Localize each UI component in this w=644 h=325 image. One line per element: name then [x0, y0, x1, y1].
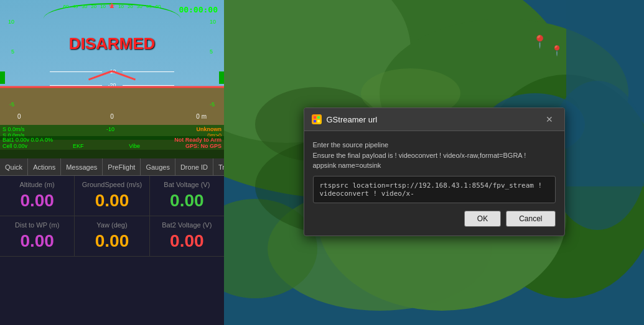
left-panel: 60 45 30 20 10 ⯅ 10 20 30 45 60 00:00:00… [0, 0, 224, 325]
side-bar-left [0, 71, 5, 84]
data-panel: Altitude (m) 0.00 GroundSpeed (m/s) 0.00… [0, 176, 224, 325]
batvoltage-value: 0.00 [153, 191, 221, 211]
compass-label-7: 20 [126, 4, 135, 9]
bat2voltage-value: 0.00 [153, 231, 221, 251]
hud-area: 60 45 30 20 10 ⯅ 10 20 30 45 60 00:00:00… [0, 0, 224, 158]
ekf-label: EKF [73, 143, 84, 149]
altitude-value: 0.00 [3, 191, 71, 211]
main-container: 60 45 30 20 10 ⯅ 10 20 30 45 60 00:00:00… [0, 0, 644, 325]
tab-tr[interactable]: Tr [213, 158, 224, 175]
dialog-info-line1: Enter the source pipeline [313, 141, 389, 149]
map-background[interactable]: 📍 📍 GStrea [224, 0, 644, 325]
compass-label-6: 10 [116, 4, 126, 9]
svg-rect-16 [317, 116, 320, 119]
batvoltage-label: Bat Voltage (V) [153, 181, 221, 188]
compass-label-9: 45 [144, 4, 154, 9]
tab-quick[interactable]: Quick [0, 158, 28, 175]
dialog-cancel-button[interactable]: Cancel [506, 211, 555, 227]
groundspeed-value: 0.00 [78, 191, 146, 211]
alt-tick-4: -5 [0, 101, 16, 108]
unknown-label: Unknown [197, 126, 222, 132]
dialog-buttons: OK Cancel [313, 211, 556, 229]
dialog-info-line3: appsink name=outsink [313, 162, 381, 169]
compass-label-3: 20 [89, 4, 98, 9]
center-speed: 0 [110, 113, 114, 120]
arm-status: Not Ready to Arm [174, 137, 222, 143]
tab-gauges[interactable]: Gauges [141, 158, 175, 175]
gps-label: GPS: No GPS [185, 143, 222, 149]
compass-label-4: 10 [98, 4, 108, 9]
dialog-close-button[interactable]: ✕ [542, 113, 557, 126]
dialog-info-text: Enter the source pipeline Ensure the fin… [313, 140, 556, 171]
dialog-input-text: rtspsrc location=rtsp://192.168.43.1:855… [320, 181, 549, 198]
dialog-ok-button[interactable]: OK [464, 211, 501, 227]
compass-label-0: 60 [61, 4, 70, 9]
dialog-overlay: GStreamer url ✕ Enter the source pipelin… [224, 0, 644, 325]
dialog-app-icon [312, 114, 322, 124]
right-tick-4: -5 [208, 101, 224, 108]
yaw-label: Yaw (deg) [78, 221, 146, 229]
pitch-val-label: -10 [106, 126, 114, 132]
gstreamer-dialog: GStreamer url ✕ Enter the source pipelin… [304, 108, 565, 236]
right-tick-1: 10 [208, 19, 224, 25]
svg-rect-18 [317, 120, 320, 122]
right-alt-val: 0 m [196, 113, 207, 120]
map-panel: 📍 📍 GStrea [224, 0, 644, 325]
vibe-label: Vibe [129, 143, 140, 149]
tab-actions[interactable]: Actions [28, 158, 61, 175]
bat2voltage-cell: Bat2 Voltage (V) 0.00 [150, 216, 224, 256]
batvoltage-cell: Bat Voltage (V) 0.00 [150, 176, 224, 216]
hud-timer: 00:00:00 [179, 5, 218, 14]
speed1-label: S 0.0m/s [2, 126, 25, 132]
tab-preflight[interactable]: PreFlight [103, 158, 141, 175]
groundspeed-label: GroundSpeed (m/s) [78, 181, 146, 188]
cell-label: Cell 0.00v [2, 143, 27, 149]
compass-label-2: 30 [80, 4, 89, 9]
svg-rect-15 [314, 116, 316, 119]
dialog-body: Enter the source pipeline Ensure the fin… [304, 131, 564, 236]
dialog-title-text: GStreamer url [327, 115, 542, 124]
compass-label-8: 30 [135, 4, 144, 9]
status-row2: Bat1 0.00v 0.0 A 0% Not Ready to Arm Cel… [0, 136, 224, 150]
svg-rect-17 [314, 120, 316, 122]
alt-tick-1: 10 [0, 19, 16, 25]
data-row-2: Dist to WP (m) 0.00 Yaw (deg) 0.00 Bat2 … [0, 216, 224, 257]
side-bar-right [219, 71, 224, 84]
bat2voltage-label: Bat2 Voltage (V) [153, 221, 221, 229]
nav-tabs: Quick Actions Messages PreFlight Gauges … [0, 158, 224, 176]
yaw-value: 0.00 [78, 231, 146, 251]
bat-label: Bat1 0.00v 0.0 A 0% [2, 137, 53, 143]
compass-label-10: 60 [154, 4, 163, 9]
right-tick-2: 5 [208, 48, 224, 55]
altitude-cell: Altitude (m) 0.00 [0, 176, 75, 216]
groundspeed-cell: GroundSpeed (m/s) 0.00 [75, 176, 149, 216]
compass-label-1: 45 [70, 4, 80, 9]
dialog-title-bar: GStreamer url ✕ [304, 108, 564, 131]
bottom-status-bar [0, 150, 224, 158]
pitch-chevron [87, 70, 137, 89]
left-alt-val: 0 [17, 113, 21, 120]
dialog-info-line2: Ensure the final payload is ! videoconve… [313, 152, 526, 159]
tab-droneid[interactable]: Drone ID [175, 158, 213, 175]
alt-tick-2: 5 [0, 48, 16, 55]
tab-messages[interactable]: Messages [61, 158, 103, 175]
dialog-input-area[interactable]: rtspsrc location=rtsp://192.168.43.1:855… [313, 176, 556, 203]
distwp-value: 0.00 [3, 231, 71, 251]
yaw-cell: Yaw (deg) 0.00 [75, 216, 149, 256]
distwp-label: Dist to WP (m) [3, 221, 71, 229]
drone-top-icon: ✈ [109, 1, 115, 10]
distwp-cell: Dist to WP (m) 0.00 [0, 216, 75, 256]
data-row-1: Altitude (m) 0.00 GroundSpeed (m/s) 0.00… [0, 176, 224, 216]
altitude-label: Altitude (m) [3, 181, 71, 188]
